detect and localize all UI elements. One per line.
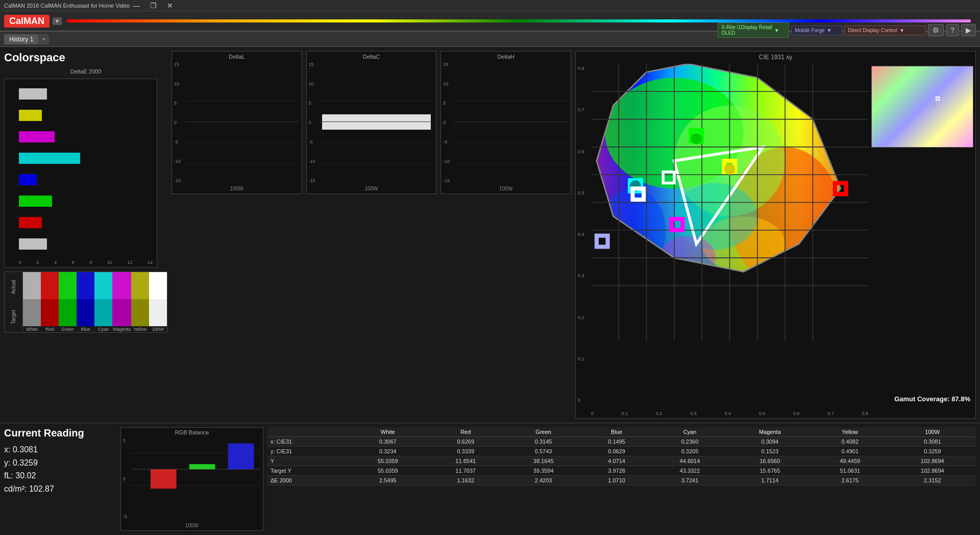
cell-green-x: 0.3145 xyxy=(504,437,582,447)
cell-yellow-tY: 51.0631 xyxy=(811,466,889,476)
upper-section: Colorspace DeltaE 2000 xyxy=(0,47,980,423)
bar-row-red xyxy=(19,217,153,228)
thumb-point2 xyxy=(933,103,936,106)
cell-magenta-y: 0.1523 xyxy=(729,447,811,456)
top-right-controls: X-Rite i1Display RetailOLED ▼ Mobile For… xyxy=(718,22,976,38)
actual-label: Actual xyxy=(5,272,22,302)
cell-cyan-tY: 43.3322 xyxy=(651,466,728,476)
swatch-magenta: Magenta xyxy=(112,272,131,332)
bar-magenta xyxy=(19,131,55,142)
history-tab[interactable]: History 1 xyxy=(4,34,38,44)
cie-title: CIE 1931 xy xyxy=(576,52,975,63)
pattern-dropdown[interactable]: Mobile Forge ▼ xyxy=(791,26,842,35)
pattern-dropdown-arrow: ▼ xyxy=(827,28,832,33)
window-title: CalMAN 2016 CalMAN Enthusiast for Home V… xyxy=(4,3,130,9)
cell-white-y: 0.3234 xyxy=(349,447,427,456)
rgb-balance-chart: RGB Balance 50-5 100W xyxy=(120,427,263,531)
window-controls: — ❐ ✕ xyxy=(130,2,176,10)
bar-white xyxy=(19,88,47,100)
swatch-cyan: Cyan xyxy=(94,272,112,332)
row-label-y: y: CIE31 xyxy=(267,447,349,456)
rgb-balance-title: RGB Balance xyxy=(121,428,263,437)
col-header-empty xyxy=(267,427,349,437)
cie-diagram xyxy=(591,64,868,341)
deltaH-grid xyxy=(454,59,568,184)
col-header-red: Red xyxy=(427,427,504,437)
swatch-100w-label: 100W xyxy=(149,326,167,332)
deltaL-xaxis: 100W xyxy=(172,186,302,191)
swatch-red: Red xyxy=(41,272,59,332)
swatches: White Red Green xyxy=(23,272,167,332)
delta-charts-row: DeltaL 151050-5-10-15 100W xyxy=(172,51,571,204)
minimize-button[interactable]: — xyxy=(130,2,143,10)
cell-100w-Y: 102.8694 xyxy=(889,456,976,466)
current-reading: Current Reading x: 0.3081 y: 0.3259 fL: … xyxy=(4,427,116,531)
display-control-dropdown[interactable]: Direct Display Control ▼ xyxy=(844,26,926,35)
close-button[interactable]: ✕ xyxy=(164,2,176,10)
bar-row-magenta xyxy=(19,131,153,142)
swatch-cyan-actual xyxy=(94,272,112,299)
thumb-point1 xyxy=(936,96,940,101)
reading-fL: fL: 30.02 xyxy=(4,469,112,482)
help-button[interactable]: ? xyxy=(946,24,959,36)
colorspace-section: Colorspace DeltaE 2000 xyxy=(4,51,167,419)
cell-green-de: 2.4203 xyxy=(504,476,582,485)
meter-dropdown[interactable]: X-Rite i1Display RetailOLED ▼ xyxy=(718,22,789,38)
swatch-green-actual xyxy=(59,272,77,299)
row-label-x: x: CIE31 xyxy=(267,437,349,447)
maximize-button[interactable]: ❐ xyxy=(147,2,160,10)
swatch-green: Green xyxy=(59,272,77,332)
svg-rect-58 xyxy=(189,464,215,469)
nav-right-button[interactable]: ▶ xyxy=(961,24,976,36)
cell-magenta-Y: 16.6560 xyxy=(729,456,811,466)
cell-green-Y: 38.1645 xyxy=(504,456,582,466)
settings-button[interactable]: ⚙ xyxy=(928,24,944,36)
rgb-balance-svg xyxy=(131,437,260,502)
cie-xaxis: 00.10.20.30.40.50.60.70.8 xyxy=(591,411,868,416)
cell-100w-x: 0.3081 xyxy=(889,437,976,447)
col-header-green: Green xyxy=(504,427,582,437)
cell-yellow-x: 0.4082 xyxy=(811,437,889,447)
logo-dropdown[interactable]: ▼ xyxy=(53,17,62,25)
swatch-white-target xyxy=(23,299,41,326)
svg-rect-59 xyxy=(228,444,254,470)
meter-dropdown-arrow: ▼ xyxy=(774,28,779,33)
cell-cyan-Y: 44.6014 xyxy=(651,456,728,466)
row-label-Y: Y xyxy=(267,456,349,466)
cie-yaxis: 0.80.70.60.50.40.30.20.10 xyxy=(578,66,584,403)
col-header-yellow: Yellow xyxy=(811,427,889,437)
swatch-blue: Blue xyxy=(77,272,94,332)
cell-blue-de: 1.0710 xyxy=(582,476,651,485)
cell-magenta-x: 0.3094 xyxy=(729,437,811,447)
cell-green-tY: 39.3594 xyxy=(504,466,582,476)
cell-blue-y: 0.0629 xyxy=(582,447,651,456)
bar-blue xyxy=(19,174,37,185)
table-row: x: CIE31 0.3067 0.6269 0.3145 0.1495 0.2… xyxy=(267,437,976,447)
colorspace-title: Colorspace xyxy=(4,51,167,64)
rgb-yaxis: 50-5 xyxy=(123,438,127,519)
svg-point-44 xyxy=(691,133,702,144)
swatch-yellow-target xyxy=(131,299,149,326)
cell-red-x: 0.6269 xyxy=(427,437,504,447)
main-content: Colorspace DeltaE 2000 xyxy=(0,47,980,535)
table-row: Y 55.0359 11.6541 38.1645 4.0714 44.6014… xyxy=(267,456,976,466)
swatch-cyan-target xyxy=(94,299,112,326)
tab-add-button[interactable]: + xyxy=(38,34,49,44)
cell-blue-Y: 4.0714 xyxy=(582,456,651,466)
tab-label: History 1 xyxy=(9,36,33,43)
deltae-xaxis: 02468101214 xyxy=(19,260,153,265)
deltaC-yaxis: 151050-5-10-15 xyxy=(309,62,315,183)
table-header-row: White Red Green Blue Cyan Magenta Yellow… xyxy=(267,427,976,437)
swatch-100w-target xyxy=(149,299,167,326)
reading-y: y: 0.3259 xyxy=(4,456,112,470)
deltaH-yaxis: 151050-5-10-15 xyxy=(443,62,450,183)
col-header-white: White xyxy=(349,427,427,437)
cell-100w-de: 2.3152 xyxy=(889,476,976,485)
deltaL-chart: DeltaL 151050-5-10-15 100W xyxy=(172,51,302,194)
deltaH-chart: DeltaH 151050-5-10-15 100W xyxy=(440,51,571,194)
bar-yellow xyxy=(19,110,42,121)
display-control-label: Direct Display Control xyxy=(848,28,897,33)
cell-cyan-de: 3.7241 xyxy=(651,476,728,485)
cell-red-Y: 11.6541 xyxy=(427,456,504,466)
bar-100w xyxy=(19,238,47,250)
